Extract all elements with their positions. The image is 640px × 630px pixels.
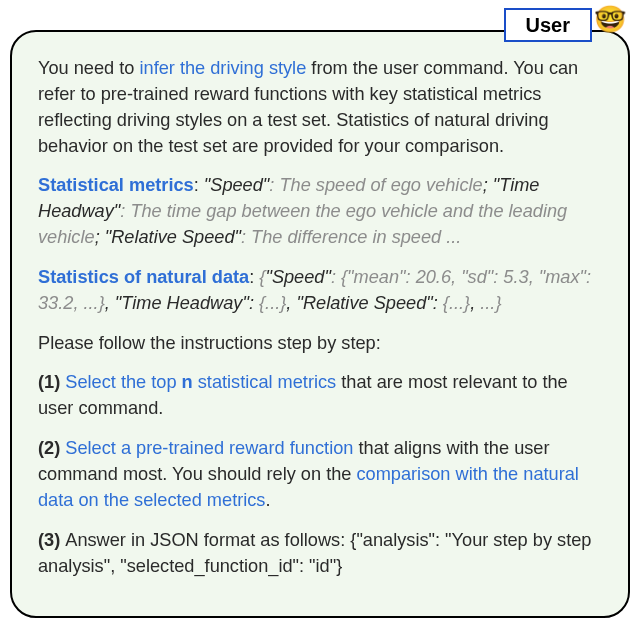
text-seg: ; — [95, 227, 105, 247]
key-relative-speed: "Relative Speed" — [296, 293, 432, 313]
value-time-headway: {...} — [259, 293, 286, 313]
text-seg-gray: ...} — [480, 293, 501, 313]
text-seg: : — [249, 293, 259, 313]
metric-desc-relative-speed: The difference in speed ... — [251, 227, 461, 247]
metric-desc-speed: The speed of ego vehicle — [279, 175, 482, 195]
key-time-headway: "Time Headway" — [115, 293, 249, 313]
text-seg-blue: Select a pre-trained reward function — [65, 438, 353, 458]
role-tag-user: User — [504, 8, 592, 42]
intro-paragraph: You need to infer the driving style from… — [38, 56, 606, 159]
step-number: (1) — [38, 372, 65, 392]
step-3: (3) Answer in JSON format as follows: {"… — [38, 528, 606, 580]
text-seg: Please follow the instructions step by s… — [38, 333, 381, 353]
text-seg: : — [194, 175, 204, 195]
statistical-metrics-paragraph: Statistical metrics: "Speed": The speed … — [38, 173, 606, 251]
emoji-glyph: 🤓 — [594, 4, 626, 34]
text-seg: : — [433, 293, 443, 313]
json-format-text: Answer in JSON format as follows: {"anal… — [38, 530, 591, 576]
top-n: n — [182, 372, 193, 392]
text-seg: . — [265, 490, 270, 510]
role-tag-label: User — [526, 14, 570, 36]
step-2: (2) Select a pre-trained reward function… — [38, 436, 606, 514]
text-seg: : — [249, 267, 259, 287]
instructions-lead: Please follow the instructions step by s… — [38, 331, 606, 357]
text-seg: ; — [483, 175, 493, 195]
value-relative-speed: {...} — [443, 293, 470, 313]
step-number: (3) — [38, 530, 65, 550]
figure-stage: User 🤓 You need to infer the driving sty… — [0, 0, 640, 630]
text-seg-blue: infer the driving style — [139, 58, 306, 78]
text-seg-gray: : — [331, 267, 341, 287]
text-seg: , — [470, 293, 480, 313]
nerd-face-icon: 🤓 — [594, 6, 626, 32]
metric-name-relative-speed: "Relative Speed" — [105, 227, 241, 247]
text-seg-gray: : — [120, 201, 130, 221]
natural-data-paragraph: Statistics of natural data: {"Speed": {"… — [38, 265, 606, 317]
step-number: (2) — [38, 438, 65, 458]
label-natural-data: Statistics of natural data — [38, 267, 249, 287]
key-speed: "Speed" — [265, 267, 331, 287]
label-statistical-metrics: Statistical metrics — [38, 175, 194, 195]
step-1: (1) Select the top n statistical metrics… — [38, 370, 606, 422]
metric-name-speed: "Speed" — [204, 175, 270, 195]
text-seg: You need to — [38, 58, 139, 78]
text-seg: , — [105, 293, 115, 313]
text-seg: , — [286, 293, 296, 313]
text-seg-gray: : — [269, 175, 279, 195]
text-seg-blue: Select the top — [65, 372, 181, 392]
text-seg-gray: : — [241, 227, 251, 247]
prompt-panel: You need to infer the driving style from… — [10, 30, 630, 618]
text-seg-blue: statistical metrics — [193, 372, 337, 392]
